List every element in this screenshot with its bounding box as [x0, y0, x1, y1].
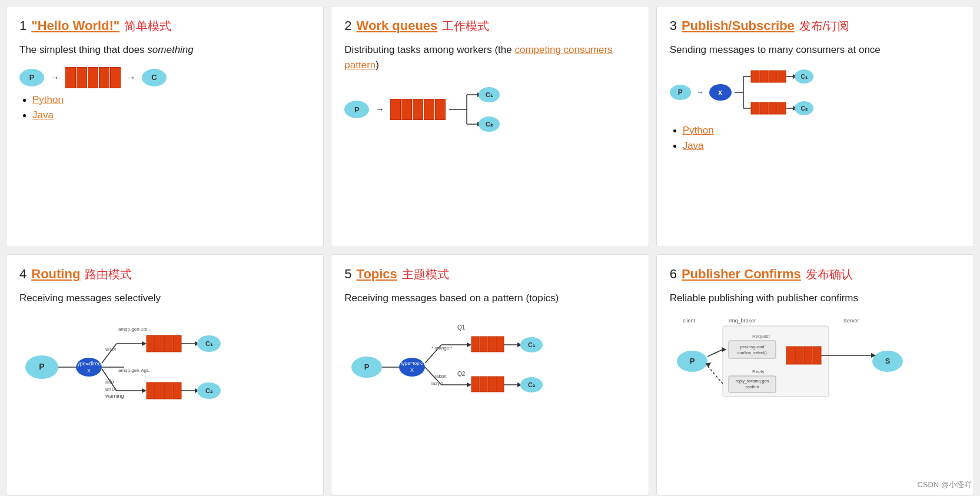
card-6-desc: Reliable publishing with publisher confi… [670, 291, 961, 306]
svg-text:C₂: C₂ [528, 381, 536, 388]
card-3-title-row: 3 Publish/Subscribe 发布/订阅 [670, 18, 961, 34]
card-2-title-row: 2 Work queues 工作模式 [344, 18, 635, 34]
svg-text:C₁: C₁ [528, 341, 536, 348]
card-2-number: 2 [344, 18, 351, 34]
svg-marker-93 [467, 382, 471, 387]
svg-text:confirm_select(): confirm_select() [738, 351, 767, 355]
card-3: 3 Publish/Subscribe 发布/订阅 Sending messag… [656, 6, 974, 247]
card-3-python-link[interactable]: Python [683, 125, 714, 136]
card-4-number: 4 [19, 267, 26, 282]
card-1-title-row: 1 "Hello World!" 简单模式 [19, 18, 310, 34]
svg-text:P: P [364, 362, 370, 371]
card-6-subtitle: 发布确认 [806, 267, 853, 282]
card-1-java-link[interactable]: Java [32, 109, 54, 121]
card-6: 6 Publisher Confirms 发布确认 Reliable publi… [656, 254, 974, 495]
card-3-links: Python Java [670, 125, 961, 152]
svg-text:C₁: C₁ [486, 91, 493, 98]
svg-text:rmq_broker: rmq_broker [729, 318, 756, 324]
card-1-number: 1 [19, 18, 26, 34]
svg-text:reply_to=amq.gen: reply_to=amq.gen [736, 379, 769, 384]
svg-text:confirm: confirm [745, 385, 759, 389]
card-3-title-link[interactable]: Publish/Subscribe [682, 18, 795, 34]
card-5-title-link[interactable]: Topics [357, 267, 397, 282]
queue-block-1 [65, 67, 121, 88]
svg-rect-116 [795, 347, 803, 364]
svg-line-121 [707, 366, 723, 384]
card-3-diagram: P → x [670, 66, 961, 119]
svg-rect-82 [488, 337, 496, 352]
card-1-diagram: P → → C [19, 67, 310, 88]
card-3-number: 3 [670, 18, 677, 34]
svg-rect-83 [496, 337, 504, 352]
card-5-title-row: 5 Topics 主题模式 [344, 267, 635, 282]
svg-text:info: info [105, 379, 114, 385]
svg-rect-23 [778, 102, 786, 114]
svg-text:*.rabbit: *.rabbit [431, 374, 447, 379]
svg-text:client: client [683, 318, 696, 324]
card-2-competing-link[interactable]: competing consumers pattern [344, 44, 612, 71]
fork-arrows-2: C₁ C₂ [449, 83, 496, 136]
svg-text:*.orange.*: *.orange.* [431, 345, 453, 351]
svg-rect-20 [751, 102, 759, 114]
card-4-desc: Receiving messages selectively [19, 291, 310, 306]
svg-text:Reply: Reply [752, 369, 764, 374]
svg-text:Q1: Q1 [457, 324, 466, 331]
svg-rect-80 [471, 337, 479, 352]
svg-rect-97 [496, 377, 504, 392]
svg-rect-44 [147, 335, 155, 352]
queue-block-2 [390, 99, 446, 120]
svg-text:C₂: C₂ [800, 105, 807, 112]
svg-text:type=topic: type=topic [401, 361, 423, 366]
svg-text:C₂: C₂ [486, 121, 493, 128]
svg-text:amqp.gen-1tb...: amqp.gen-1tb... [118, 327, 151, 332]
card-5-subtitle: 主题模式 [402, 267, 449, 282]
svg-text:warning: warning [105, 393, 124, 399]
producer-node-2: P [344, 101, 369, 118]
svg-text:P: P [689, 357, 695, 365]
svg-text:X: X [410, 367, 414, 373]
svg-text:error: error [105, 386, 117, 392]
svg-rect-60 [147, 382, 155, 399]
svg-marker-43 [142, 341, 147, 346]
svg-rect-17 [760, 71, 768, 82]
svg-rect-19 [778, 71, 786, 82]
card-1: 1 "Hello World!" 简单模式 The simplest thing… [6, 6, 324, 247]
card-6-title-link[interactable]: Publisher Confirms [682, 267, 801, 282]
svg-rect-118 [813, 347, 821, 364]
svg-text:error: error [105, 346, 117, 352]
svg-rect-47 [173, 335, 181, 352]
card-4: 4 Routing 路由模式 Receiving messages select… [6, 254, 324, 495]
card-2-desc: Distributing tasks among workers (the co… [344, 42, 635, 72]
card-6-number: 6 [670, 267, 677, 282]
card-3-desc: Sending messages to many consumers at on… [670, 42, 961, 58]
card-5-desc: Receiving messages based on a pattern (t… [344, 291, 635, 306]
exchange-node-3: x [709, 84, 732, 101]
svg-rect-117 [804, 347, 812, 364]
card-1-python-link[interactable]: Python [32, 94, 64, 105]
svg-rect-96 [488, 377, 496, 392]
card-3-java-link[interactable]: Java [683, 140, 704, 151]
svg-text:Server: Server [843, 318, 859, 324]
card-1-title-link[interactable]: "Hello World!" [31, 18, 119, 34]
card-2-diagram: P → C₁ C₂ [344, 83, 635, 136]
svg-text:Q2: Q2 [457, 371, 466, 377]
producer-node: P [19, 69, 44, 86]
svg-rect-21 [760, 102, 768, 114]
card-1-desc: The simplest thing that does something [19, 42, 310, 58]
consumer-node: C [142, 69, 167, 86]
svg-text:C₂: C₂ [205, 387, 213, 394]
card-2-title-link[interactable]: Work queues [357, 18, 438, 34]
card-2-subtitle: 工作模式 [442, 18, 489, 34]
svg-text:type=direct: type=direct [76, 361, 102, 367]
card-3-subtitle: 发布/订阅 [799, 18, 850, 34]
svg-text:C₁: C₁ [800, 74, 807, 80]
card-4-diagram: P type=direct X error amqp.gen-1tb... [19, 314, 310, 417]
card-4-title-link[interactable]: Routing [31, 267, 80, 282]
svg-text:S: S [885, 357, 890, 365]
card-4-subtitle: 路由模式 [85, 267, 132, 282]
card-6-diagram: client P rmq_broker Request per-msg-conf… [670, 314, 961, 411]
svg-rect-63 [173, 382, 181, 399]
svg-rect-46 [164, 335, 172, 352]
producer-node-3: P [670, 85, 691, 100]
svg-marker-59 [142, 388, 147, 393]
